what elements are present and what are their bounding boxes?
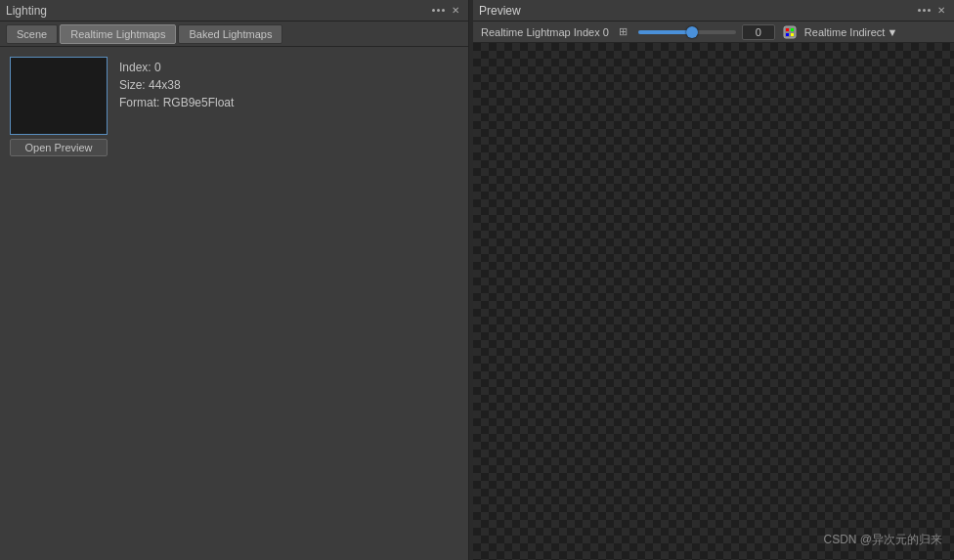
lightmap-index-slider[interactable] xyxy=(638,30,736,34)
preview-title: Preview xyxy=(479,4,521,18)
preview-window-controls: ✕ xyxy=(918,4,948,18)
svg-rect-0 xyxy=(784,26,796,38)
dropdown-arrow-icon: ▼ xyxy=(887,26,897,38)
lighting-titlebar: Lighting ✕ xyxy=(0,0,468,22)
indirect-dropdown[interactable]: Realtime Indirect ▼ xyxy=(804,26,897,38)
slider-thumb[interactable] xyxy=(686,26,698,38)
preview-toolbar: Realtime Lightmap Index 0 ⊞ Realtime Ind… xyxy=(473,22,954,43)
lightmap-index-input[interactable] xyxy=(742,24,775,40)
preview-panel: Preview ✕ Realtime Lightmap Index 0 ⊞ xyxy=(473,0,954,560)
lightmap-thumb-container: Open Preview xyxy=(10,57,108,156)
svg-rect-2 xyxy=(791,28,794,31)
lighting-close-btn[interactable]: ✕ xyxy=(449,4,462,18)
preview-image-icon[interactable]: ⊞ xyxy=(615,23,632,41)
lighting-window-controls: ✕ xyxy=(432,4,462,18)
lightmap-index-label: Realtime Lightmap Index 0 xyxy=(481,26,609,38)
lightmap-size: Size: 44x38 xyxy=(119,78,234,92)
watermark: CSDN @异次元的归来 xyxy=(823,532,942,548)
lighting-tabs: Scene Realtime Lightmaps Baked Lightmaps xyxy=(0,22,468,47)
svg-rect-4 xyxy=(791,33,794,36)
lightmap-info: Index: 0 Size: 44x38 Format: RGB9e5Float xyxy=(119,57,234,109)
open-preview-button[interactable]: Open Preview xyxy=(10,139,108,156)
lighting-panel: Lighting ✕ Scene Realtime Lightmaps Bake… xyxy=(0,0,469,560)
tab-scene[interactable]: Scene xyxy=(6,24,58,44)
lightmap-index: Index: 0 xyxy=(119,61,234,74)
lighting-more-menu[interactable] xyxy=(432,9,445,12)
preview-titlebar: Preview ✕ xyxy=(473,0,954,22)
lightmap-thumbnail xyxy=(10,57,108,135)
preview-area: CSDN @异次元的归来 xyxy=(473,43,954,560)
tab-baked-lightmaps[interactable]: Baked Lightmaps xyxy=(178,24,282,44)
preview-more-menu[interactable] xyxy=(918,9,931,12)
lightmap-format: Format: RGB9e5Float xyxy=(119,96,234,109)
slider-fill xyxy=(638,30,692,34)
tab-realtime-lightmaps[interactable]: Realtime Lightmaps xyxy=(60,24,176,44)
svg-rect-1 xyxy=(786,28,789,31)
indirect-label: Realtime Indirect xyxy=(804,26,886,38)
lighting-content: Open Preview Index: 0 Size: 44x38 Format… xyxy=(0,47,468,560)
svg-rect-3 xyxy=(786,33,789,36)
color-swatch-icon[interactable] xyxy=(781,23,799,41)
preview-close-btn[interactable]: ✕ xyxy=(934,4,948,18)
lighting-title: Lighting xyxy=(6,4,47,18)
lightmap-entry: Open Preview Index: 0 Size: 44x38 Format… xyxy=(10,57,458,156)
